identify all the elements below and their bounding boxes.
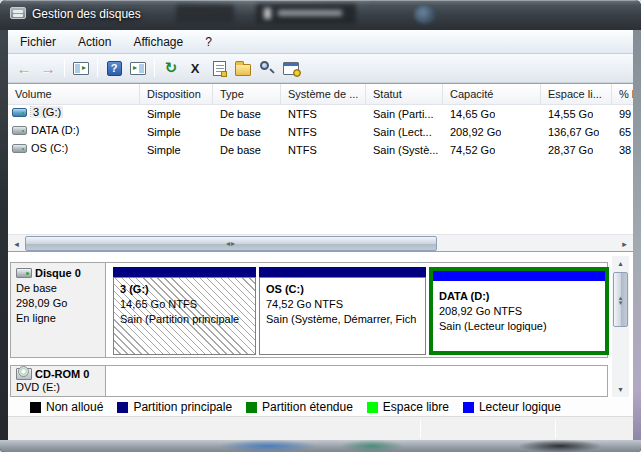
toolbar: ← → ▸ ? ▸ ↻ X	[8, 54, 633, 83]
disk-0-header[interactable]: Disque 0 De base 298,09 Go En ligne	[11, 263, 106, 357]
legend-item-espace-libre: Espace libre	[367, 400, 449, 414]
help-icon[interactable]: ?	[103, 57, 125, 79]
toolbar-separator	[64, 59, 65, 77]
legend-swatch	[117, 402, 128, 413]
column-header-espace[interactable]: Espace li...	[541, 84, 612, 105]
legend-swatch	[463, 402, 474, 413]
background-window-blur	[256, 4, 356, 24]
volume-name: 3 (G:)	[31, 106, 63, 118]
volume-list-header: Volume Disposition Type Système de ... S…	[8, 84, 633, 105]
cdrom-0-media: DVD (E:)	[16, 381, 105, 393]
menu-fichier[interactable]: Fichier	[10, 32, 66, 52]
scroll-right-arrow[interactable]: ▸	[616, 235, 633, 252]
column-header-disposition[interactable]: Disposition	[140, 84, 213, 105]
legend-swatch	[367, 402, 378, 413]
cdrom-0-header[interactable]: CD-ROM 0 DVD (E:)	[11, 366, 106, 396]
horizontal-scrollbar-thumb[interactable]: ◂▸	[25, 236, 437, 251]
disk-management-window: Gestion des disques Fichier Action Affic…	[0, 0, 641, 452]
disk-0-row: Disque 0 De base 298,09 Go En ligne 3 (G…	[10, 262, 608, 358]
toolbar-separator	[97, 59, 98, 77]
status-bar-separator	[555, 420, 556, 438]
partition-os-color-band	[259, 267, 426, 277]
vertical-scrollbar-thumb[interactable]: ▴▾	[613, 272, 628, 327]
volume-name: DATA (D:)	[31, 124, 79, 136]
volume-icon	[12, 108, 27, 117]
volume-row-data[interactable]: DATA (D:) Simple De base NTFS Sain (Lect…	[8, 124, 633, 142]
open-folder-icon[interactable]	[232, 57, 254, 79]
toolbar-separator	[154, 59, 155, 77]
column-header-type[interactable]: Type	[213, 84, 281, 105]
menu-action[interactable]: Action	[68, 32, 121, 52]
legend-item-lecteur-logique: Lecteur logique	[463, 400, 561, 414]
disk-management-icon	[10, 7, 26, 22]
forward-icon[interactable]: →	[37, 57, 59, 79]
properties-icon[interactable]	[208, 57, 230, 79]
legend-swatch	[246, 402, 257, 413]
disk-0-status: En ligne	[16, 312, 105, 324]
legend-item-partition-etendue: Partition étendue	[246, 400, 353, 414]
window-border-bottom	[0, 440, 641, 452]
volume-icon	[12, 144, 27, 153]
volume-icon	[12, 126, 27, 135]
show-console-tree-icon[interactable]: ▸	[70, 57, 92, 79]
show-action-pane-icon[interactable]: ▸	[127, 57, 149, 79]
volume-row-os[interactable]: OS (C:) Simple De base NTFS Sain (Systè.…	[8, 142, 633, 160]
status-bar-separator	[420, 420, 421, 438]
background-blur-blob	[414, 5, 436, 24]
column-header-statut[interactable]: Statut	[366, 84, 443, 105]
legend-swatch	[30, 402, 41, 413]
column-header-pct[interactable]: % l	[612, 84, 633, 105]
scroll-up-arrow[interactable]: ▴	[612, 256, 629, 271]
vertical-scrollbar[interactable]: ▴ ▴▾ ▾	[612, 256, 629, 397]
disk-0-type: De base	[16, 282, 105, 294]
cdrom-0-row: CD-ROM 0 DVD (E:)	[10, 365, 608, 397]
back-icon[interactable]: ←	[13, 57, 35, 79]
background-window-blur	[176, 5, 234, 23]
partition-os[interactable]: OS (C:) 74,52 Go NTFS Sain (Système, Dém…	[259, 267, 426, 355]
window-title: Gestion des disques	[32, 7, 141, 21]
cd-rom-icon	[16, 368, 32, 380]
partition-g[interactable]: 3 (G:) 14,65 Go NTFS Sain (Partition pri…	[113, 267, 256, 355]
status-bar	[8, 416, 633, 440]
legend-item-partition-principale: Partition principale	[117, 400, 232, 414]
disk-0-size: 298,09 Go	[16, 297, 105, 309]
menu-help[interactable]: ?	[195, 32, 222, 52]
refresh-icon[interactable]: ↻	[160, 57, 182, 79]
column-header-capacite[interactable]: Capacité	[443, 84, 541, 105]
volume-row-g[interactable]: 3 (G:) Simple De base NTFS Sain (Parti..…	[8, 106, 633, 124]
delete-icon[interactable]: X	[184, 57, 206, 79]
volume-list-pane: Volume Disposition Type Système de ... S…	[8, 83, 633, 251]
settings-window-icon[interactable]	[280, 57, 302, 79]
partition-data-color-band	[433, 271, 605, 281]
column-header-volume[interactable]: Volume	[8, 84, 140, 105]
scroll-down-arrow[interactable]: ▾	[612, 382, 629, 397]
horizontal-scrollbar[interactable]: ◂ ◂▸ ▸	[8, 234, 633, 251]
scroll-left-arrow[interactable]: ◂	[8, 235, 25, 252]
graphical-view-pane: Disque 0 De base 298,09 Go En ligne 3 (G…	[8, 253, 633, 416]
hard-disk-icon	[16, 268, 32, 278]
legend-item-non-alloue: Non alloué	[30, 400, 103, 414]
menu-bar: Fichier Action Affichage ?	[8, 30, 633, 54]
legend-bar: Non alloué Partition principale Partitio…	[8, 398, 633, 416]
partition-g-color-band	[113, 267, 256, 277]
window-border-left	[0, 30, 8, 440]
title-bar[interactable]: Gestion des disques	[0, 0, 641, 30]
volume-name: OS (C:)	[31, 142, 68, 154]
window-border-right	[633, 30, 641, 440]
column-header-systeme[interactable]: Système de ...	[281, 84, 366, 105]
menu-affichage[interactable]: Affichage	[123, 32, 193, 52]
partition-data[interactable]: DATA (D:) 208,92 Go NTFS Sain (Lecteur l…	[429, 267, 609, 355]
search-icon[interactable]	[256, 57, 278, 79]
client-area: Fichier Action Affichage ? ← → ▸ ? ▸ ↻ X	[8, 30, 633, 440]
